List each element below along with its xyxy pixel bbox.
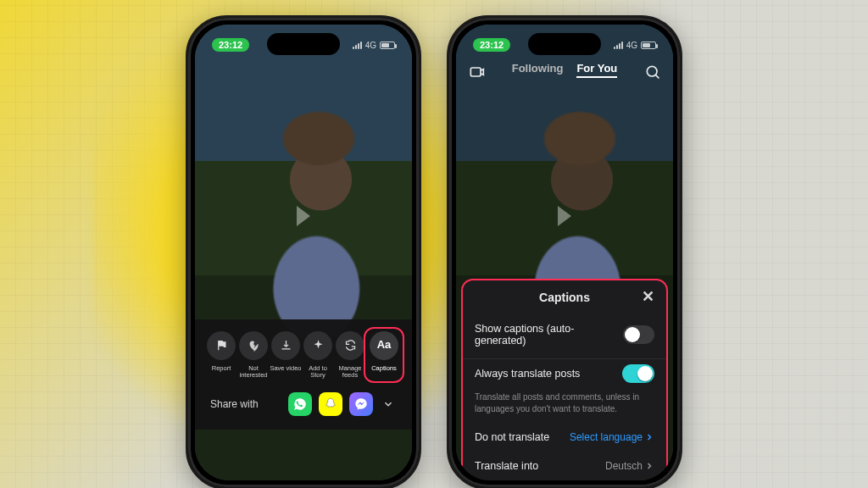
phone-right-screen: 23:12 4G Following For You	[456, 25, 673, 480]
divider	[463, 358, 666, 359]
status-right: 4G	[614, 41, 656, 50]
svg-point-1	[647, 66, 657, 76]
status-right: 4G	[353, 41, 395, 50]
panel-header: Captions ✕	[475, 289, 654, 314]
share-with-label: Share with	[210, 398, 259, 410]
feed-tabs: Following For You	[456, 62, 673, 78]
svg-rect-0	[470, 68, 481, 76]
chevron-right-icon	[644, 432, 654, 442]
toggle-show-captions[interactable]	[623, 325, 654, 344]
whatsapp-icon[interactable]	[288, 392, 312, 416]
status-time-pill: 23:12	[473, 38, 510, 52]
action-label: Not interested	[237, 365, 270, 380]
action-sheet: Report Not interested Save video	[195, 319, 412, 430]
snapchat-icon[interactable]	[319, 392, 342, 416]
tab-following[interactable]: Following	[512, 62, 564, 78]
action-manage-feeds[interactable]: Manage feeds	[334, 331, 366, 380]
action-not-interested[interactable]: Not interested	[237, 331, 270, 380]
row-translate-into[interactable]: Translate into Deutsch	[475, 452, 654, 480]
battery-icon	[380, 42, 395, 49]
action-add-to-story[interactable]: Add to Story	[302, 331, 334, 380]
action-label: Report	[212, 365, 231, 372]
action-report[interactable]: Report	[205, 331, 237, 380]
play-icon	[558, 206, 571, 226]
action-captions[interactable]: Aa Captions	[364, 327, 404, 384]
battery-icon	[641, 42, 656, 49]
row-always-translate: Always translate posts	[475, 363, 654, 391]
phone-left: 23:12 4G Report	[186, 15, 421, 488]
row-value-text: Deutsch	[605, 460, 643, 472]
row-label: Translate into	[475, 460, 538, 472]
row-value-text: Select language	[570, 431, 643, 443]
phone-right: 23:12 4G Following For You	[447, 15, 682, 488]
refresh-icon	[336, 331, 364, 360]
action-label: Add to Story	[302, 365, 334, 380]
action-save-video[interactable]: Save video	[270, 331, 302, 380]
row-label: Show captions (auto-generated)	[475, 323, 623, 347]
status-time-pill: 23:12	[212, 38, 249, 52]
dynamic-island	[528, 33, 601, 55]
dynamic-island	[267, 33, 340, 55]
row-value: Select language	[570, 431, 654, 443]
search-icon[interactable]	[644, 64, 661, 80]
cellular-icon	[353, 42, 362, 49]
captions-panel: Captions ✕ Show captions (auto-generated…	[461, 279, 668, 480]
heart-broken-icon	[239, 331, 268, 360]
row-show-captions: Show captions (auto-generated)	[475, 314, 654, 355]
panel-title: Captions	[539, 291, 590, 304]
tab-for-you[interactable]: For You	[576, 62, 617, 78]
messenger-icon[interactable]	[349, 392, 373, 416]
chevron-right-icon	[644, 461, 654, 471]
play-icon	[297, 206, 310, 226]
close-icon[interactable]: ✕	[642, 289, 654, 304]
share-with-row: Share with	[203, 392, 403, 416]
row-do-not-translate[interactable]: Do not translate Select language	[475, 423, 654, 452]
live-icon[interactable]	[468, 64, 485, 80]
action-row: Report Not interested Save video	[203, 331, 403, 380]
toggle-always-translate[interactable]	[622, 364, 654, 383]
row-value: Deutsch	[605, 460, 654, 472]
network-label: 4G	[365, 41, 376, 50]
row-label: Do not translate	[475, 431, 549, 443]
action-label: Captions	[371, 365, 397, 372]
download-icon	[271, 331, 300, 360]
captions-aa-icon: Aa	[370, 331, 398, 360]
flag-icon	[207, 331, 236, 360]
action-label: Save video	[270, 365, 301, 372]
canvas: 23:12 4G Report	[0, 0, 868, 488]
cellular-icon	[614, 42, 623, 49]
row-label: Always translate posts	[475, 368, 580, 380]
phone-left-screen: 23:12 4G Report	[195, 25, 412, 480]
network-label: 4G	[626, 41, 637, 50]
sparkle-icon	[303, 331, 332, 360]
row-sub: Translate all posts and comments, unless…	[475, 391, 654, 423]
share-more-chevron[interactable]	[380, 396, 397, 413]
action-label: Manage feeds	[334, 365, 366, 380]
